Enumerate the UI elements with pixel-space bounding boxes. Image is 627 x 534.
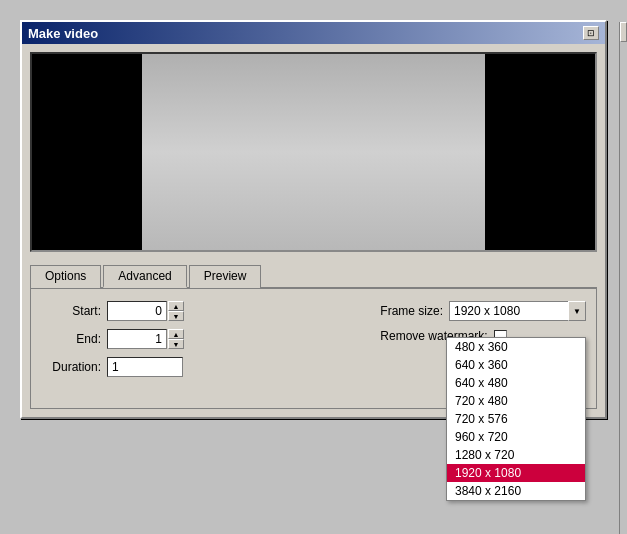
right-scrollbar <box>619 22 627 534</box>
title-bar-controls: ⊡ <box>583 26 599 40</box>
chevron-down-icon: ▼ <box>573 307 581 316</box>
start-spin-up[interactable]: ▲ <box>168 301 184 311</box>
dropdown-item-1920x1080[interactable]: 1920 x 1080 <box>447 464 585 482</box>
dropdown-item-960x720[interactable]: 960 x 720 <box>447 428 585 446</box>
title-bar: Make video ⊡ <box>22 22 605 44</box>
dropdown-item-640x360[interactable]: 640 x 360 <box>447 356 585 374</box>
duration-row: Duration: <box>41 357 241 377</box>
dropdown-item-1280x720[interactable]: 1280 x 720 <box>447 446 585 464</box>
end-row: End: ▲ ▼ <box>41 329 241 349</box>
end-spin-down[interactable]: ▼ <box>168 339 184 349</box>
end-spin: ▲ ▼ <box>107 329 184 349</box>
frame-size-select-container: ▼ <box>449 301 586 321</box>
restore-icon: ⊡ <box>587 28 595 38</box>
dropdown-item-720x480[interactable]: 720 x 480 <box>447 392 585 410</box>
start-spin: ▲ ▼ <box>107 301 184 321</box>
dropdown-item-640x480[interactable]: 640 x 480 <box>447 374 585 392</box>
tab-options[interactable]: Options <box>30 265 101 288</box>
start-spin-down[interactable]: ▼ <box>168 311 184 321</box>
dropdown-item-720x576[interactable]: 720 x 576 <box>447 410 585 428</box>
controls-panel: Start: ▲ ▼ End: ▲ <box>30 289 597 409</box>
preview-center <box>142 54 485 250</box>
frame-size-dropdown-button[interactable]: ▼ <box>568 301 586 321</box>
dropdown-item-480x360[interactable]: 480 x 360 <box>447 338 585 356</box>
tab-preview[interactable]: Preview <box>189 265 262 288</box>
start-label: Start: <box>41 304 101 318</box>
end-input[interactable] <box>107 329 167 349</box>
window-title: Make video <box>28 26 98 41</box>
duration-label: Duration: <box>41 360 101 374</box>
make-video-window: Make video ⊡ Options Advanced Preview <box>20 20 607 419</box>
preview-right-black <box>485 54 595 250</box>
tabs-bar: Options Advanced Preview <box>30 260 597 289</box>
duration-input[interactable] <box>107 357 183 377</box>
start-input[interactable] <box>107 301 167 321</box>
frame-size-label: Frame size: <box>380 304 443 318</box>
start-spin-buttons: ▲ ▼ <box>168 301 184 321</box>
end-spin-up[interactable]: ▲ <box>168 329 184 339</box>
frame-size-dropdown: 480 x 360 640 x 360 640 x 480 720 x 480 … <box>446 337 586 501</box>
start-row: Start: ▲ ▼ <box>41 301 241 321</box>
dropdown-item-3840x2160[interactable]: 3840 x 2160 <box>447 482 585 500</box>
end-spin-buttons: ▲ ▼ <box>168 329 184 349</box>
left-controls: Start: ▲ ▼ End: ▲ <box>41 301 241 385</box>
preview-left-black <box>32 54 142 250</box>
end-label: End: <box>41 332 101 346</box>
frame-size-input[interactable] <box>449 301 569 321</box>
tab-advanced[interactable]: Advanced <box>103 265 186 288</box>
window-content: Options Advanced Preview Start: ▲ <box>22 44 605 417</box>
frame-size-row: Frame size: ▼ <box>380 301 586 321</box>
scrollbar-thumb[interactable] <box>620 22 627 42</box>
restore-button[interactable]: ⊡ <box>583 26 599 40</box>
video-preview <box>30 52 597 252</box>
